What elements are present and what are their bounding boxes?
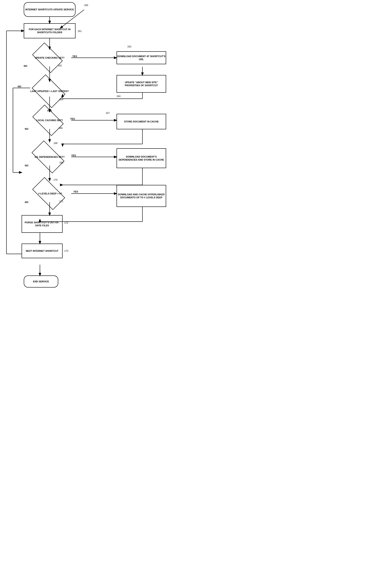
ref-161: 161 (78, 30, 82, 32)
last-updated-yes: YES (47, 110, 52, 112)
ref-162: 162 (58, 64, 62, 67)
ref-173: 173 (64, 250, 68, 252)
levels-deep-no: NO (25, 201, 28, 203)
download-levels-node: DOWNLOAD AND CACHE HYPERLINKED DOCUMENTS… (116, 185, 166, 207)
download-doc-node: DOWNLOAD DOCUMENT AT SHORTCUT'S URL (116, 51, 166, 64)
dl-deps-yes: YES (71, 154, 76, 157)
levels-deep-diamond: # LEVELS DEEP > 0? (30, 185, 70, 202)
end-node: END SERVICE (24, 275, 58, 288)
download-deps-node: DOWNLOAD DOCUMENT'S DEPENDENCIES AND STO… (116, 148, 166, 168)
update-about-node: UPDATE "ABOUT WEB SITE" PROPERTIES OF SH… (116, 75, 166, 93)
ref-165: 165 (59, 98, 63, 101)
update-check-yes: YES (72, 55, 77, 58)
ref-167: 167 (106, 112, 110, 114)
for-each-node: FOR EACH INTERNET SHORTCUT IN SHORTCUTS … (24, 23, 76, 38)
next-shortcut-node: NEXT INTERNET SHORTCUT (22, 244, 63, 258)
purge-node: PURGE SHORTCUT'S OUT-OF-DATE FILES (22, 215, 63, 233)
flowchart: INTERNET SHORTCUTS UPDATE SERVICE 160 FO… (0, 0, 196, 294)
local-caching-yes: YES (70, 118, 75, 120)
start-node: INTERNET SHORTCUTS UPDATE SERVICE (24, 2, 76, 17)
ref-160: 160 (84, 4, 88, 6)
ref-164: 164 (116, 95, 120, 97)
local-caching-diamond: LOCAL CACHING SET? (31, 112, 68, 129)
ref-170: 170 (54, 179, 57, 181)
ref-168: 168 (54, 142, 57, 144)
ref-171: 171 (59, 200, 63, 203)
update-check-no: NO (24, 65, 27, 67)
levels-deep-yes: YES (73, 190, 78, 193)
dl-deps-no: NO (25, 164, 28, 167)
ref-163: 163 (127, 45, 131, 48)
local-caching-no: NO (25, 128, 28, 130)
ref-166: 166 (59, 127, 63, 129)
ref-169: 169 (59, 161, 63, 164)
last-updated-no: NO (18, 85, 21, 88)
update-check-diamond: UPDATE CHECKING SET? (32, 49, 67, 66)
store-cache-node: STORE DOCUMENT IN CACHE (116, 114, 166, 129)
ref-172: 172 (64, 222, 68, 224)
